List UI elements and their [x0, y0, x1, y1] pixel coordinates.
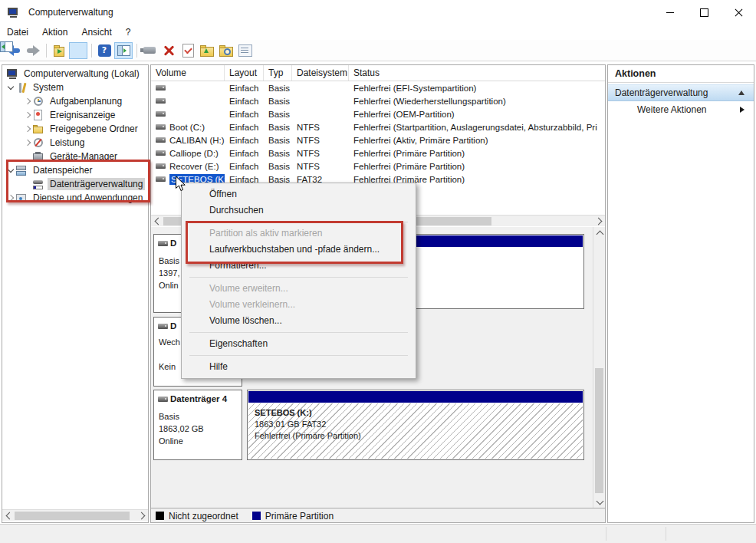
- menu-hilfe[interactable]: ?: [119, 25, 138, 40]
- volume-row-boot-c[interactable]: Boot (C:) Einfach Basis NTFS Fehlerfrei …: [151, 120, 605, 133]
- help-icon: [98, 44, 111, 57]
- volume-row-efi[interactable]: Einfach Basis Fehlerfrei (EFI-Systempart…: [151, 81, 605, 94]
- delete-icon: [163, 44, 175, 57]
- toolbar-separator: [46, 44, 47, 58]
- tree-item-label: Ereignisanzeige: [48, 109, 117, 121]
- partition-color-band: [248, 391, 583, 403]
- forward-button[interactable]: [24, 41, 42, 60]
- scroll-up-arrow[interactable]: [593, 227, 606, 239]
- tree-item-computerverwaltung[interactable]: Computerverwaltung (Lokal): [2, 67, 148, 81]
- disk-title: D: [170, 321, 176, 331]
- disk-type: Wech: [159, 337, 180, 347]
- expander-open-icon[interactable]: [6, 86, 15, 89]
- action-pane-toggle-button[interactable]: [114, 41, 133, 60]
- volume-row-recover-e[interactable]: Recover (E:) Einfach Basis NTFS Fehlerfr…: [151, 160, 605, 173]
- event-viewer-icon: [32, 110, 45, 121]
- disk-4-partition-setebos[interactable]: SETEBOS (K:) 1863,01 GB FAT32 Fehlerfrei…: [247, 390, 584, 460]
- disk-type: Basis: [159, 256, 179, 265]
- scroll-left-arrow[interactable]: [151, 216, 163, 227]
- tree-item-label: Aufgabenplanung: [48, 95, 124, 107]
- scrollbar-thumb[interactable]: [15, 512, 130, 520]
- expander-closed-icon[interactable]: [23, 140, 32, 145]
- tree-item-ereignisanzeige[interactable]: Ereignisanzeige: [2, 108, 148, 122]
- context-menu-oeffnen[interactable]: Öffnen: [182, 186, 416, 202]
- disk-4-label[interactable]: Datenträger 4 Basis 1863,02 GB Online: [153, 390, 242, 460]
- folder-search-button[interactable]: [217, 41, 235, 60]
- scroll-down-arrow[interactable]: [593, 496, 606, 508]
- tree-item-aufgabenplanung[interactable]: Aufgabenplanung: [2, 94, 148, 108]
- disk-status: Online: [159, 436, 183, 446]
- column-header-dateisystem[interactable]: Dateisystem: [292, 65, 349, 81]
- actions-item-label: Weitere Aktionen: [637, 104, 707, 115]
- volume-layout: Einfach: [225, 149, 264, 158]
- actions-group-datentraegerverwaltung[interactable]: Datenträgerverwaltung: [608, 84, 754, 101]
- console-tree-toggle-button[interactable]: [69, 41, 87, 60]
- checklist-button[interactable]: [236, 41, 255, 60]
- actions-item-weitere-aktionen[interactable]: Weitere Aktionen: [608, 101, 754, 118]
- context-menu-eigenschaften[interactable]: Eigenschaften: [182, 336, 416, 352]
- scroll-right-arrow[interactable]: [136, 510, 148, 522]
- partition-status: Fehlerfrei (Primäre Partition): [255, 430, 361, 442]
- disk-title: Datenträger 4: [170, 394, 227, 403]
- disk-icon: [158, 397, 168, 402]
- close-button[interactable]: [721, 0, 756, 25]
- maximize-button[interactable]: [687, 0, 721, 25]
- context-menu-durchsuchen[interactable]: Durchsuchen: [182, 202, 416, 219]
- window-title: Computerverwaltung: [28, 7, 113, 18]
- volume-row-recovery[interactable]: Einfach Basis Fehlerfrei (Wiederherstell…: [151, 94, 605, 107]
- primary-partition-swatch: [252, 512, 261, 520]
- volume-status: Fehlerfrei (OEM-Partition): [349, 110, 605, 119]
- tree-horizontal-scrollbar[interactable]: [2, 509, 148, 521]
- volume-row-calliope-d[interactable]: Calliope (D:) Einfach Basis NTFS Fehlerf…: [151, 146, 605, 160]
- tree-item-system[interactable]: System: [2, 81, 148, 94]
- device-icon: [143, 47, 156, 54]
- tree-item-leistung[interactable]: Leistung: [2, 136, 148, 150]
- expander-closed-icon[interactable]: [23, 113, 32, 117]
- volume-row-caliban-h[interactable]: CALIBAN (H:) Einfach Basis NTFS Fehlerfr…: [151, 133, 605, 146]
- disk-icon: [156, 85, 166, 90]
- scrollbar-thumb[interactable]: [595, 368, 603, 493]
- column-header-status[interactable]: Status: [349, 65, 605, 81]
- tree-item-freigegebene-ordner[interactable]: Freigegebene Ordner: [2, 122, 148, 136]
- column-header-layout[interactable]: Layout: [225, 65, 264, 81]
- disk-icon: [156, 98, 166, 104]
- volume-status: Fehlerfrei (Primäre Partition): [349, 149, 605, 158]
- volume-status: Fehlerfrei (Startpartition, Auslagerungs…: [349, 123, 605, 132]
- up-folder-button[interactable]: [50, 41, 68, 60]
- disk-icon: [156, 111, 166, 117]
- menu-datei[interactable]: Datei: [0, 25, 35, 40]
- volume-filesystem: NTFS: [292, 123, 349, 132]
- volume-name: Calliope (D:): [169, 149, 219, 158]
- folder-up-button[interactable]: [198, 41, 216, 60]
- minimize-button[interactable]: [652, 0, 687, 25]
- disk-icon: [158, 324, 168, 329]
- volume-status: Fehlerfrei (EFI-Systempartition): [349, 84, 605, 93]
- context-menu-hilfe[interactable]: Hilfe: [182, 359, 416, 375]
- actions-panel: Aktionen Datenträgerverwaltung Weitere A…: [607, 64, 754, 523]
- help-button[interactable]: [95, 41, 113, 60]
- column-header-volume[interactable]: Volume: [151, 65, 225, 81]
- annotation-box-tree: [6, 160, 150, 202]
- scroll-right-arrow[interactable]: [593, 216, 605, 227]
- volume-row-oem[interactable]: Einfach Basis Fehlerfrei (OEM-Partition): [151, 107, 605, 120]
- delete-button[interactable]: [159, 41, 178, 60]
- annotation-box-menu: [186, 221, 403, 264]
- scroll-left-arrow[interactable]: [2, 510, 15, 522]
- computer-icon: [6, 68, 19, 80]
- menu-aktion[interactable]: Aktion: [35, 25, 74, 40]
- check-document-button[interactable]: [179, 41, 197, 60]
- context-menu-volume-loeschen[interactable]: Volume löschen...: [182, 313, 416, 329]
- device-button[interactable]: [140, 41, 159, 60]
- action-pane-toggle-icon: [114, 42, 133, 59]
- expander-closed-icon[interactable]: [23, 99, 32, 104]
- graphical-view-vertical-scrollbar[interactable]: [593, 227, 605, 508]
- status-bar: [0, 524, 756, 543]
- expander-closed-icon[interactable]: [23, 127, 32, 131]
- volume-typ: Basis: [264, 136, 292, 145]
- menu-ansicht[interactable]: Ansicht: [74, 25, 118, 40]
- column-header-typ[interactable]: Typ: [264, 65, 292, 81]
- minimize-icon: [666, 12, 674, 13]
- title-bar: Computerverwaltung: [0, 0, 756, 25]
- toolbar: [0, 40, 756, 61]
- tree-item-label: Freigegebene Ordner: [48, 123, 140, 135]
